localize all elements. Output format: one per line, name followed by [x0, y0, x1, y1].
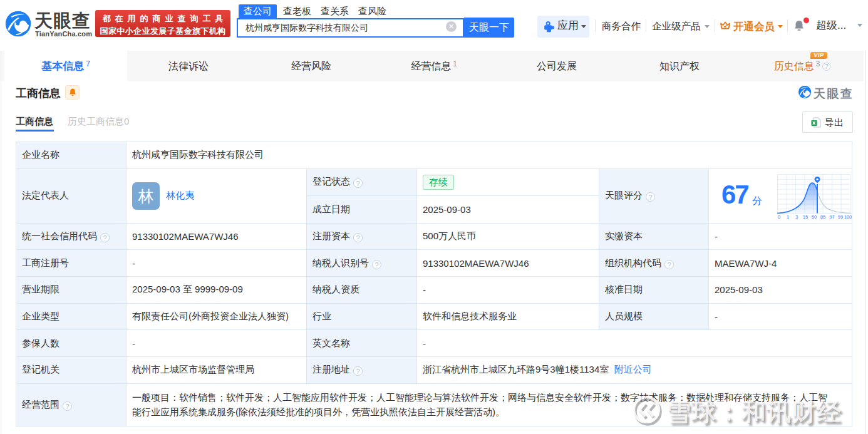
- svg-text:85: 85: [820, 214, 825, 219]
- svg-text:97: 97: [829, 214, 834, 219]
- svg-text:3: 3: [795, 214, 798, 219]
- svg-text:1: 1: [787, 214, 789, 219]
- svg-text:15: 15: [803, 214, 808, 219]
- svg-text:50: 50: [812, 214, 817, 219]
- svg-text:99: 99: [838, 214, 843, 219]
- svg-text:100: 100: [844, 214, 852, 219]
- svg-text:0: 0: [778, 214, 780, 219]
